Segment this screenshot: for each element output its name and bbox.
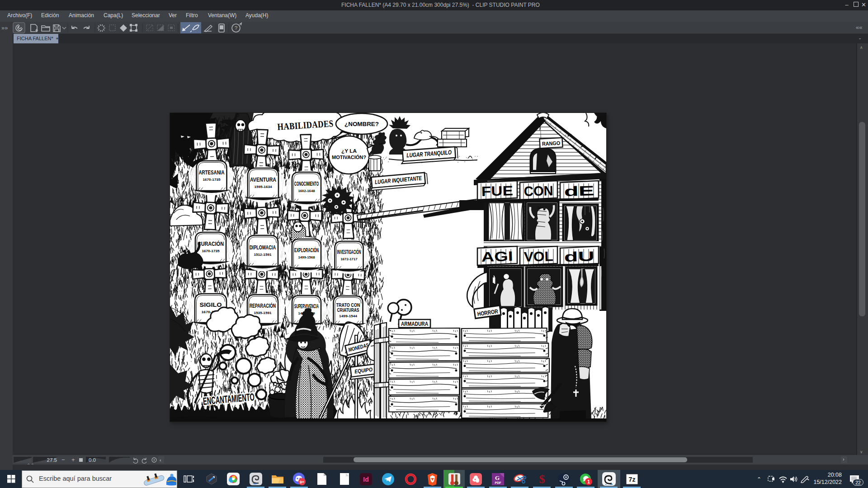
svg-text:1: 1 bbox=[587, 479, 590, 484]
svg-text:PDF: PDF bbox=[495, 481, 502, 484]
svg-text:‹: ‹ bbox=[160, 457, 161, 463]
svg-text:9+: 9+ bbox=[299, 480, 304, 484]
svg-text:G: G bbox=[495, 474, 500, 481]
svg-text:$: $ bbox=[539, 473, 545, 486]
svg-text:Id: Id bbox=[363, 476, 368, 483]
svg-text:27.5: 27.5 bbox=[47, 457, 57, 463]
svg-text:?: ? bbox=[235, 25, 237, 31]
svg-text:7z: 7z bbox=[628, 476, 635, 483]
svg-text:0.0: 0.0 bbox=[89, 457, 96, 463]
svg-text:−: − bbox=[61, 456, 65, 463]
svg-text:+: + bbox=[71, 456, 75, 463]
